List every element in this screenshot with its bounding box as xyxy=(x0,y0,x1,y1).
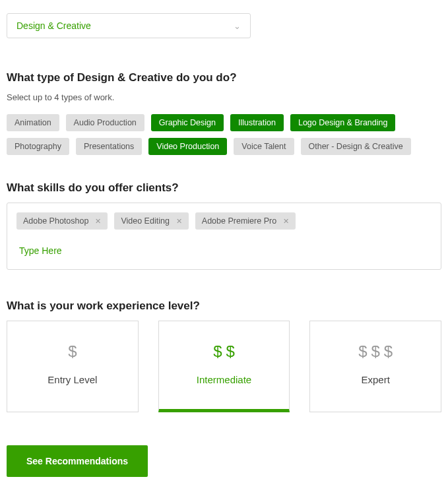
skill-tag[interactable]: Video Editing✕ xyxy=(114,212,188,230)
dollar-row: $ xyxy=(14,342,131,361)
type-section-title: What type of Design & Creative do you do… xyxy=(7,71,441,84)
experience-row: $Entry Level$$Intermediate$$$Expert xyxy=(7,321,441,412)
see-recommendations-button[interactable]: See Recommendations xyxy=(7,445,148,477)
remove-skill-icon[interactable]: ✕ xyxy=(95,217,101,226)
dropdown-label: Design & Creative xyxy=(16,20,91,31)
type-chip[interactable]: Illustration xyxy=(230,114,284,131)
type-chip[interactable]: Graphic Design xyxy=(151,114,224,131)
type-chip[interactable]: Audio Production xyxy=(66,114,144,131)
experience-section-title: What is your work experience level? xyxy=(7,299,441,313)
skill-tag-label: Video Editing xyxy=(121,216,169,226)
experience-card[interactable]: $Entry Level xyxy=(7,321,139,412)
dollar-icon: $ xyxy=(371,342,380,361)
skills-box[interactable]: Adobe Photoshop✕Video Editing✕Adobe Prem… xyxy=(7,203,441,270)
dollar-icon: $ xyxy=(358,342,367,361)
remove-skill-icon[interactable]: ✕ xyxy=(283,217,289,226)
type-section-subtext: Select up to 4 types of work. xyxy=(7,92,441,102)
dollar-icon: $ xyxy=(213,342,222,361)
type-chip[interactable]: Voice Talent xyxy=(234,138,294,155)
type-chip[interactable]: Animation xyxy=(7,114,59,131)
dollar-icon: $ xyxy=(68,342,77,361)
type-chip[interactable]: Logo Design & Branding xyxy=(290,114,396,131)
dollar-icon: $ xyxy=(226,342,235,361)
type-chip[interactable]: Other - Design & Creative xyxy=(301,138,411,155)
skills-tags-row: Adobe Photoshop✕Video Editing✕Adobe Prem… xyxy=(16,212,432,230)
experience-card[interactable]: $$Intermediate xyxy=(158,321,290,412)
experience-label: Intermediate xyxy=(166,374,283,385)
skill-tag[interactable]: Adobe Photoshop✕ xyxy=(16,212,108,230)
skills-input[interactable] xyxy=(16,241,432,260)
experience-label: Entry Level xyxy=(14,374,131,385)
category-dropdown[interactable]: Design & Creative ⌄ xyxy=(7,13,251,38)
experience-label: Expert xyxy=(317,374,434,385)
experience-card[interactable]: $$$Expert xyxy=(309,321,441,412)
dollar-row: $$ xyxy=(166,342,283,361)
type-chip[interactable]: Video Production xyxy=(148,138,227,155)
skill-tag[interactable]: Adobe Premiere Pro✕ xyxy=(195,212,296,230)
skill-tag-label: Adobe Premiere Pro xyxy=(202,216,276,226)
skills-section-title: What skills do you offer clients? xyxy=(7,181,441,195)
chevron-down-icon: ⌄ xyxy=(234,21,241,31)
type-chip-row: AnimationAudio ProductionGraphic DesignI… xyxy=(7,114,441,155)
type-chip[interactable]: Presentations xyxy=(76,138,142,155)
dollar-icon: $ xyxy=(384,342,393,361)
remove-skill-icon[interactable]: ✕ xyxy=(176,217,182,226)
dollar-row: $$$ xyxy=(317,342,434,361)
skill-tag-label: Adobe Photoshop xyxy=(23,216,88,226)
type-chip[interactable]: Photography xyxy=(7,138,69,155)
